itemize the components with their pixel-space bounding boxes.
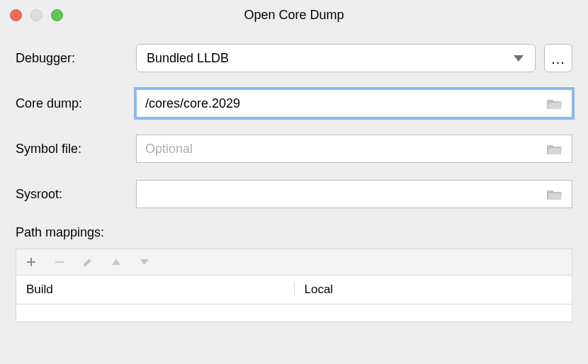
sysroot-label: Sysroot: <box>16 187 136 202</box>
minimize-window-button[interactable] <box>30 9 43 21</box>
symbol-file-label: Symbol file: <box>16 142 136 157</box>
core-dump-label: Core dump: <box>16 96 136 111</box>
path-mappings-toolbar <box>16 249 572 275</box>
edit-icon[interactable] <box>81 256 94 268</box>
folder-open-icon[interactable] <box>546 188 563 200</box>
debugger-select-value: Bundled LLDB <box>147 51 514 66</box>
move-up-icon[interactable] <box>110 256 123 268</box>
debugger-label: Debugger: <box>16 51 136 66</box>
chevron-down-icon <box>514 55 524 62</box>
ellipsis-icon: ... <box>551 51 565 67</box>
remove-icon[interactable] <box>53 256 66 268</box>
close-window-button[interactable] <box>10 9 22 21</box>
core-dump-row: Core dump: <box>16 89 572 118</box>
path-mappings-table: Build Local <box>16 249 572 322</box>
window-title: Open Core Dump <box>0 8 588 23</box>
debugger-browse-button[interactable]: ... <box>544 44 572 72</box>
move-down-icon[interactable] <box>138 256 151 268</box>
folder-open-icon[interactable] <box>546 142 563 155</box>
symbol-file-field-wrap <box>136 135 572 163</box>
sysroot-row: Sysroot: <box>16 180 572 208</box>
core-dump-input[interactable] <box>137 90 546 117</box>
dialog-content: Debugger: Bundled LLDB ... Core dump: Sy… <box>0 30 588 322</box>
symbol-file-input[interactable] <box>137 135 546 162</box>
maximize-window-button[interactable] <box>51 9 63 21</box>
folder-open-icon[interactable] <box>546 97 563 110</box>
sysroot-input[interactable] <box>137 181 546 207</box>
path-mappings-table-header: Build Local <box>16 275 572 305</box>
titlebar: Open Core Dump <box>0 0 588 30</box>
column-header-build[interactable]: Build <box>16 283 295 297</box>
sysroot-field-wrap <box>136 180 572 208</box>
path-mappings-table-body <box>16 305 572 322</box>
window-controls <box>10 9 63 21</box>
core-dump-field-wrap <box>136 89 572 118</box>
column-header-local[interactable]: Local <box>295 283 572 297</box>
path-mappings-label: Path mappings: <box>16 225 572 240</box>
add-icon[interactable] <box>25 256 38 268</box>
debugger-select[interactable]: Bundled LLDB <box>136 44 536 72</box>
symbol-file-row: Symbol file: <box>16 135 572 163</box>
debugger-row: Debugger: Bundled LLDB ... <box>16 44 572 72</box>
